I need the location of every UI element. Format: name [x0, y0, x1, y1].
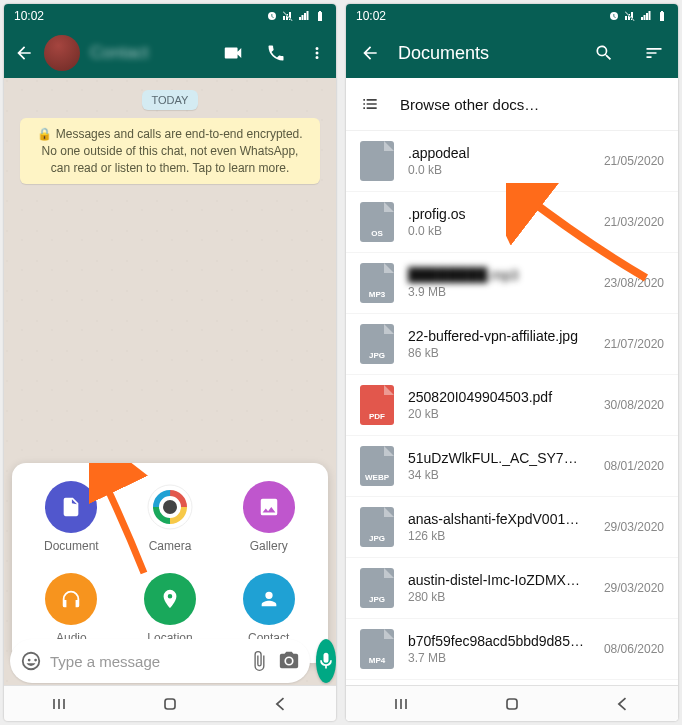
file-size: 0.0 kB	[408, 224, 584, 238]
status-icons	[266, 10, 326, 22]
file-row[interactable]: MP3 ████████.mp3 3.9 MB 23/08/2020	[346, 253, 678, 314]
android-navbar	[346, 685, 678, 721]
camera-icon	[147, 484, 193, 530]
phone-chat: 10:02 Contact TODAY 🔒 Messages and calls…	[4, 4, 336, 721]
file-size: 3.7 MB	[408, 651, 584, 665]
file-type-icon	[360, 141, 394, 181]
file-row[interactable]: JPG anas-alshanti-feXpdV001o4-unsplash.j…	[346, 497, 678, 558]
home-button[interactable]	[160, 694, 180, 714]
alarm-icon	[608, 10, 620, 22]
file-type-icon: MP3	[360, 263, 394, 303]
file-meta: 250820I049904503.pdf 20 kB	[408, 389, 584, 421]
browse-other-docs[interactable]: Browse other docs…	[346, 78, 678, 131]
file-type-icon: PDF	[360, 385, 394, 425]
more-vert-icon	[308, 44, 326, 62]
headphones-icon	[60, 588, 82, 610]
file-date: 29/03/2020	[604, 520, 664, 534]
file-size: 280 kB	[408, 590, 584, 604]
file-type-icon: OS	[360, 202, 394, 242]
file-date: 21/03/2020	[604, 215, 664, 229]
more-button[interactable]	[308, 44, 326, 62]
file-row[interactable]: JPG 22-buffered-vpn-affiliate.jpg 86 kB …	[346, 314, 678, 375]
svg-rect-7	[507, 699, 517, 709]
sort-icon	[644, 43, 664, 63]
alarm-icon	[266, 10, 278, 22]
file-meta: anas-alshanti-feXpdV001o4-unsplash.j… 12…	[408, 511, 584, 543]
file-name: .appodeal	[408, 145, 584, 161]
search-button[interactable]	[594, 43, 614, 63]
status-time: 10:02	[356, 9, 386, 23]
file-size: 3.9 MB	[408, 285, 584, 299]
file-name: b70f59fec98acd5bbd9d8549f8720de…	[408, 633, 584, 649]
file-size: 126 kB	[408, 529, 584, 543]
status-bar: 10:02	[4, 4, 336, 28]
file-name: 250820I049904503.pdf	[408, 389, 584, 405]
mic-button[interactable]	[316, 639, 336, 683]
file-row[interactable]: WEBP 51uDzWlkFUL._AC_SY700_ML1_FMwe… 34 …	[346, 436, 678, 497]
chat-header: Contact	[4, 28, 336, 78]
video-call-button[interactable]	[222, 42, 244, 64]
battery-icon	[656, 10, 668, 22]
back-nav-button[interactable]	[271, 694, 291, 714]
browse-label: Browse other docs…	[400, 96, 539, 113]
home-button[interactable]	[502, 694, 522, 714]
file-date: 21/07/2020	[604, 337, 664, 351]
recents-button[interactable]	[49, 694, 69, 714]
file-date: 21/05/2020	[604, 154, 664, 168]
location-icon	[159, 588, 181, 610]
attach-camera-label: Camera	[149, 539, 192, 553]
file-size: 86 kB	[408, 346, 584, 360]
attach-audio[interactable]: Audio	[22, 573, 121, 645]
back-button[interactable]	[14, 43, 34, 63]
emoji-icon[interactable]	[20, 650, 42, 672]
gallery-icon	[258, 496, 280, 518]
back-arrow-icon	[360, 43, 380, 63]
status-bar: 10:02	[346, 4, 678, 28]
file-date: 30/08/2020	[604, 398, 664, 412]
file-row[interactable]: JPG austin-distel-Imc-IoZDMXc-unsplash.j…	[346, 558, 678, 619]
back-button[interactable]	[360, 43, 380, 63]
file-date: 08/01/2020	[604, 459, 664, 473]
recents-button[interactable]	[391, 694, 411, 714]
attach-gallery[interactable]: Gallery	[219, 481, 318, 553]
file-meta: austin-distel-Imc-IoZDMXc-unsplash.jpg 2…	[408, 572, 584, 604]
file-size: 0.0 kB	[408, 163, 584, 177]
encryption-notice[interactable]: 🔒 Messages and calls are end-to-end encr…	[20, 118, 320, 184]
file-type-icon: JPG	[360, 507, 394, 547]
file-row[interactable]: PDF 250820I049904503.pdf 20 kB 30/08/202…	[346, 375, 678, 436]
phone-documents: 10:02 Documents Browse other docs… .appo…	[346, 4, 678, 721]
android-navbar	[4, 685, 336, 721]
file-size: 34 kB	[408, 468, 584, 482]
attach-icon[interactable]	[248, 650, 270, 672]
attach-document-label: Document	[44, 539, 99, 553]
camera-small-icon[interactable]	[278, 650, 300, 672]
voice-call-button[interactable]	[266, 43, 286, 63]
file-meta: .appodeal 0.0 kB	[408, 145, 584, 177]
attach-document[interactable]: Document	[22, 481, 121, 553]
back-nav-button[interactable]	[613, 694, 633, 714]
file-meta: ████████.mp3 3.9 MB	[408, 267, 584, 299]
file-row[interactable]: .appodeal 0.0 kB 21/05/2020	[346, 131, 678, 192]
message-input-bar	[10, 639, 330, 683]
file-row[interactable]: OS .profig.os 0.0 kB 21/03/2020	[346, 192, 678, 253]
file-date: 23/08/2020	[604, 276, 664, 290]
attach-location[interactable]: Location	[121, 573, 220, 645]
contact-name[interactable]: Contact	[90, 43, 200, 63]
document-icon	[60, 496, 82, 518]
message-input[interactable]	[50, 653, 240, 670]
file-type-icon: JPG	[360, 568, 394, 608]
signal-icon	[640, 10, 652, 22]
phone-icon	[266, 43, 286, 63]
documents-list[interactable]: Browse other docs… .appodeal 0.0 kB 21/0…	[346, 78, 678, 721]
signal-off-icon	[282, 10, 294, 22]
file-row[interactable]: MP4 b70f59fec98acd5bbd9d8549f8720de… 3.7…	[346, 619, 678, 680]
signal-off-icon	[624, 10, 636, 22]
attach-camera[interactable]: Camera	[121, 481, 220, 553]
svg-rect-6	[165, 699, 175, 709]
file-date: 08/06/2020	[604, 642, 664, 656]
attach-contact[interactable]: Contact	[219, 573, 318, 645]
avatar[interactable]	[44, 35, 80, 71]
person-icon	[258, 588, 280, 610]
list-icon	[360, 94, 380, 114]
sort-button[interactable]	[644, 43, 664, 63]
